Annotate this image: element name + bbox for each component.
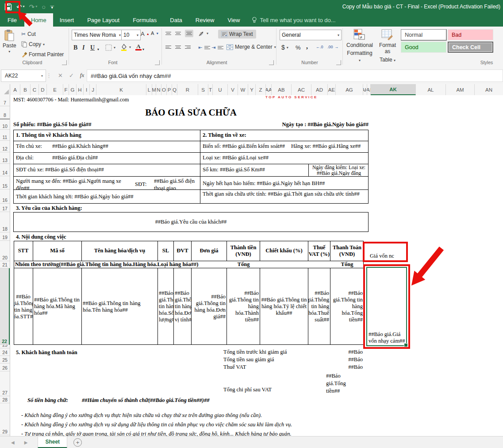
column-header-Z[interactable]: Z [256,84,266,95]
italic-button[interactable]: I [82,44,84,51]
alignment-dialog-launcher[interactable] [269,60,274,65]
column-header-R[interactable]: R [177,84,198,95]
column-header-J[interactable]: J [90,84,96,95]
tab-formulas[interactable]: Formulas [126,13,163,27]
row-header-11[interactable]: 11 [0,130,10,141]
column-header-M[interactable]: M [152,84,156,95]
redo-button[interactable]: ↷▾ [29,4,38,10]
borders-button[interactable]: ▾ [105,44,115,51]
items-header-cell[interactable]: STT [14,241,33,261]
column-header-O[interactable]: O [161,84,167,95]
insert-function-icon[interactable]: fx [80,72,84,79]
number-dialog-launcher[interactable] [336,60,341,65]
column-header-L[interactable]: L [146,84,152,95]
section3-header[interactable]: 3. Yêu cầu của Khách hàng: [16,205,82,212]
amount-in-words-value[interactable]: ##Hàm chuyển số thành chữ(##Báo giá.Tổng… [82,397,209,404]
row-header-21[interactable]: 21 [0,261,10,268]
row-header-28[interactable]: 28 [0,396,10,403]
row-header-10[interactable]: 10 [0,120,10,130]
owner-phone[interactable]: SĐT chủ xe: ##Báo giá.Số điện thoại## [16,166,104,174]
format-painter-button[interactable]: Format Painter [21,51,64,58]
enter-icon[interactable]: ✓ [69,72,74,79]
tell-me-box[interactable]: Tell me what you want to do... [246,13,341,27]
cost-price-column-label[interactable]: Giá vốn nc [370,253,394,260]
quote-number[interactable]: Số phiếu: ##Báo giá.Số báo giá## [13,121,91,128]
align-bottom-button[interactable] [185,30,193,37]
address-value[interactable]: ##Báo giá.Địa chỉ## [52,154,98,162]
orientation-button[interactable]: ab▾ [198,30,208,37]
items-header-cell[interactable]: Thành tiền (VNĐ) [227,241,260,261]
column-header-P[interactable]: P [167,84,172,95]
items-header-cell[interactable]: Tên hàng hóa/dịch vụ [82,241,158,261]
bringer-phone-label[interactable]: SĐT: [135,181,146,188]
format-as-table-button[interactable]: Format asTable ▾ [376,29,399,63]
row-header-26[interactable]: 26 [0,363,10,371]
bringer-name[interactable]: Người mang xe đến: ##Báo giá.Người mang … [16,178,132,192]
align-left-button[interactable] [165,45,171,50]
increase-indent-button[interactable]: ⇥ [211,45,223,50]
column-header-U[interactable]: U [213,84,228,95]
plate-number[interactable]: Biển số: ##Báo giá.Biển kiểm soát## [203,143,285,150]
selected-cell-ak22[interactable]: ##Báo giá.Giá vốn nhạy cảm## [366,267,407,346]
undo-button[interactable]: ↶▾ [16,4,25,10]
next-sheet-icon[interactable]: ▶ [19,436,33,448]
column-header-T[interactable]: T [208,84,213,95]
row-header-14[interactable]: 14 [0,164,10,176]
row-header-16[interactable]: 16 [0,189,10,204]
customer-request-box[interactable]: ##Báo giá.Yêu cầu của khách## [13,212,369,232]
column-header-AC[interactable]: AC [292,84,311,95]
prev-sheet-icon[interactable]: ◀ [6,436,19,448]
total-after-discount-label[interactable]: Tổng tiền sau giảm giá [223,356,274,363]
note-line-1[interactable]: - Khách hàng đồng ý cho xưởng dịch vụ th… [21,412,262,419]
column-header-I[interactable]: I [84,84,90,95]
font-size-select[interactable]: 10▾ [121,30,141,40]
items-data-cell[interactable]: ##Báo giá.Thông tin hàng hóa.Mã hàng hóa… [33,268,82,345]
row-header-27[interactable]: 27 [0,371,10,396]
column-header-H[interactable]: H [77,84,84,95]
select-all-corner[interactable] [0,84,10,95]
column-header-G[interactable]: G [69,84,77,95]
column-header-W[interactable]: W [238,84,248,95]
decrease-decimal-button[interactable]: .00→ [327,45,339,49]
row-header-24[interactable]: 24 [0,348,10,356]
name-box[interactable]: AK22▾ [1,70,46,82]
column-header-B[interactable]: B [20,84,31,95]
row-header-7[interactable]: 7 [0,95,10,106]
percent-style-button[interactable]: % [296,44,301,51]
align-top-button[interactable] [165,31,171,36]
inspection-date[interactable]: Ngày đăng kiểm: Loại xe:##Báo giá.Ngày đ… [310,165,368,176]
column-header-C[interactable]: C [31,84,39,95]
column-header-AH[interactable]: AH [363,84,367,95]
customer-section-header[interactable]: 1. Thông tin về Khách hàng [16,132,81,139]
column-header-AG[interactable]: AG [336,84,363,95]
grand-total-wrapped-value[interactable]: ##Báogiá.Tổngtiền## [326,372,346,395]
tab-view[interactable]: View [221,13,246,27]
column-header-AK[interactable]: AK [371,84,416,95]
car-type[interactable]: Loại xe: ##Báo giá.Loại xe## [203,154,269,162]
items-header-cell[interactable]: ĐVT [174,241,192,261]
align-center-button[interactable] [175,45,181,50]
clipboard-dialog-launcher[interactable] [62,60,67,65]
row-header-20[interactable]: 20 [0,241,10,261]
repair-estimate-time[interactable]: Thời gian sửa chữa ước tính: ##Báo giá.T… [203,191,365,198]
items-data-cell[interactable]: ##Báo giá.Thông tin hàng hóa.STT## [14,268,33,345]
tab-review[interactable]: Review [189,13,221,27]
vehicle-section-header[interactable]: 2. Thông tin về xe: [203,132,246,139]
address-label[interactable]: Địa chỉ: [16,154,34,162]
row-header-12[interactable]: 12 [0,141,10,152]
note-line-2[interactable]: - Khách hàng đồng ý cho xưởng dịch vụ sử… [21,421,292,429]
tab-file[interactable]: File [0,13,24,27]
customize-qat-icon[interactable]: —▾ [50,5,54,8]
comma-style-button[interactable]: , [306,42,308,50]
cell-style-check-cell[interactable]: Check Cell [448,42,493,53]
cell-style-normal[interactable]: Normal [401,29,446,40]
row-header-15[interactable]: 15 [0,176,10,189]
sheet-grid[interactable]: 7810111213141516171819202122232425262728… [0,95,503,436]
items-data-cell[interactable]: ##Báo giá.Thông tin hàng hóa.Đơn vị tính… [174,268,192,345]
car-brand[interactable]: Hãng xe: ##Báo giá.Hãng xe## [291,143,361,150]
bringer-phone-value[interactable]: ##Báo giá.Số điện thoại giao [154,178,198,192]
accounting-format-button[interactable]: $▾ [281,44,288,51]
odometer[interactable]: Số km: ##Báo giá.Số Km## [203,166,265,174]
column-header-AB[interactable]: AB [272,84,292,95]
items-group-row[interactable]: Nhóm theo trường(##Báo giá.Thông tin hàn… [14,261,364,268]
